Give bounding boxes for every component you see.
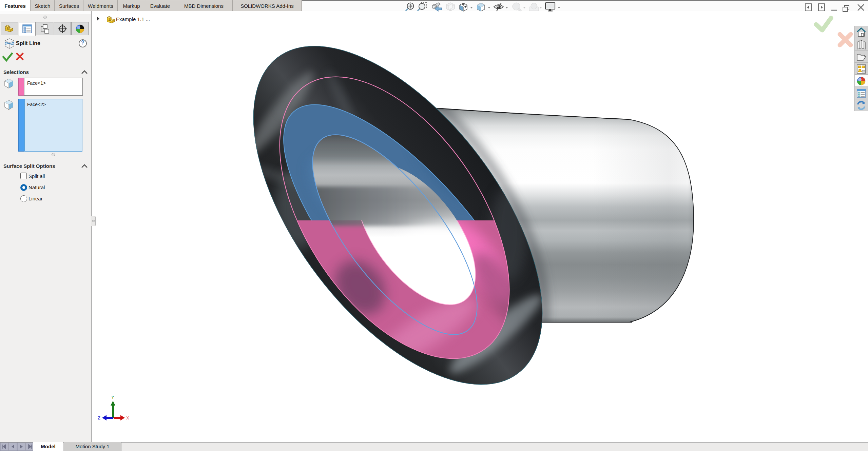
svg-text:X: X (126, 415, 129, 420)
svg-text:Y: Y (111, 395, 114, 400)
svg-text:Z: Z (98, 415, 100, 420)
